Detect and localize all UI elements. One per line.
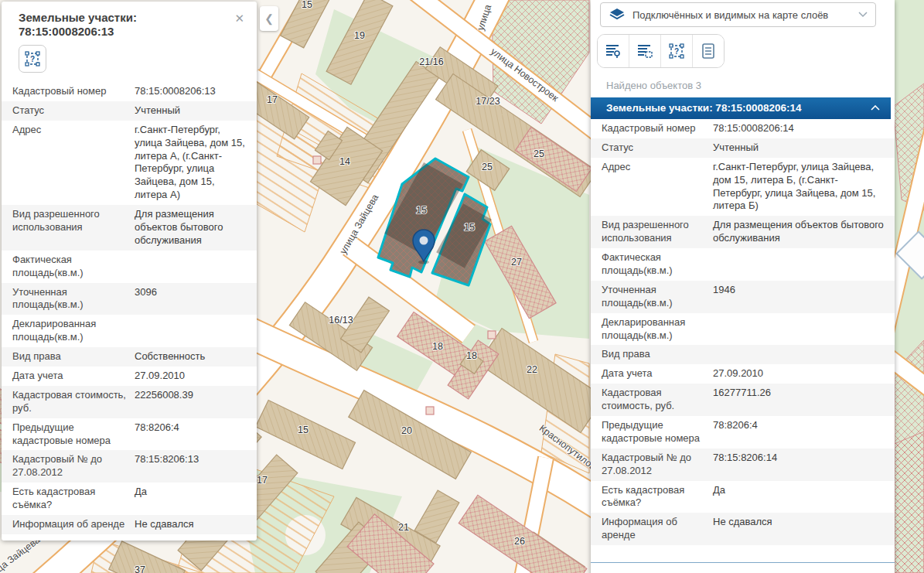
row-value: Не сдавался xyxy=(713,516,884,542)
row-label: Информация об аренде xyxy=(602,516,713,542)
info-row: Информация об арендеНе сдавался xyxy=(591,513,895,545)
info-row: Вид праваСобственность xyxy=(2,347,257,367)
identify-tool-button[interactable]: ? xyxy=(661,35,693,67)
info-row: Фактическая площадь(кв.м.) xyxy=(2,251,257,283)
row-value: 22256008.39 xyxy=(135,389,246,415)
info-row: Декларированная площадь(кв.м.) xyxy=(591,313,895,346)
parcel-attributes: Кадастровый номер78:15:0008206:13СтатусУ… xyxy=(2,82,257,541)
row-label: Предыдущие кадастровые номера xyxy=(12,421,135,448)
row-label: Декларированная площадь(кв.м.) xyxy=(12,318,135,344)
row-value: 78:8206:4 xyxy=(713,419,884,445)
svg-text:?: ? xyxy=(674,47,679,56)
info-row: Предыдущие кадастровые номера78:8206:4 xyxy=(591,416,895,449)
bldg-label: 17/23 xyxy=(476,96,500,107)
row-label: Дата учета xyxy=(602,367,713,380)
row-value: Для размещения объектов бытового обслужи… xyxy=(713,219,884,245)
parcel-info-header: Земельные участки: 78:15:0008206:13 ✕ xyxy=(2,2,257,40)
chevron-up-icon xyxy=(871,105,880,111)
row-value: 78:15:8206:13 xyxy=(135,453,246,479)
bldg-label: 15 xyxy=(464,222,475,233)
row-label: Кадастровая стоимость, руб. xyxy=(602,387,713,413)
info-row: Информация об арендеНе сдавался xyxy=(2,515,257,534)
row-value: Учтенный xyxy=(713,142,884,155)
bldg-label: 25 xyxy=(534,148,544,159)
row-value xyxy=(713,316,884,343)
row-value: 3096 xyxy=(135,286,246,312)
info-row: Есть кадастровая съёмка?Да xyxy=(591,481,895,513)
bldg-label: 21/16 xyxy=(419,56,443,67)
row-value: Для размещения объектов бытового обслужи… xyxy=(135,208,246,247)
document-icon xyxy=(701,43,716,60)
bldg-label: 26 xyxy=(514,536,525,547)
collapsed-result-header[interactable]: Земельные участки: 78:15:0008206:13 xyxy=(591,563,891,573)
row-value: г.Санкт-Петербург, улица Зайцева, дом 15… xyxy=(713,161,884,213)
list-rect-icon xyxy=(636,43,653,59)
bldg-label: 17 xyxy=(257,475,268,486)
row-label: Статус xyxy=(12,104,135,118)
bldg-label: 15 xyxy=(416,205,427,216)
info-row: Уточненная площадь(кв.м.)3096 xyxy=(2,283,257,315)
info-row: Уточненная площадь(кв.м.)1946 xyxy=(591,281,895,313)
bldg-label: 18 xyxy=(466,350,477,361)
row-value: г.Санкт-Петербург, улица Зайцева, дом 15… xyxy=(135,124,246,202)
info-row: Дата учета27.09.2010 xyxy=(591,364,895,384)
close-icon[interactable]: ✕ xyxy=(231,11,247,26)
row-label: Есть кадастровая съёмка? xyxy=(602,484,713,510)
row-value: 27.09.2010 xyxy=(713,367,884,380)
info-row: Адресг.Санкт-Петербург, улица Зайцева, д… xyxy=(591,158,895,217)
collapsed-results: Земельные участки: 78:15:0008206:13Админ… xyxy=(591,563,895,573)
bldg-label: 21 xyxy=(398,522,409,533)
row-label: Адрес xyxy=(602,161,713,213)
row-value: 27.09.2010 xyxy=(135,370,246,383)
row-label: Кадастровый номер xyxy=(12,85,135,98)
info-row: Вид права xyxy=(591,345,895,364)
panel-title: Земельные участки: 78:15:0008206:13 xyxy=(19,11,231,39)
active-result-title: Земельные участки: 78:15:0008206:14 xyxy=(606,102,801,114)
search-toolbar: ? xyxy=(597,34,725,68)
row-value: 1946 xyxy=(713,284,884,310)
active-result-header[interactable]: Земельные участки: 78:15:0008206:14 xyxy=(591,97,891,119)
info-row: Вид разрешенного использованияДля размещ… xyxy=(591,216,895,248)
parcel-info-panel: Земельные участки: 78:15:0008206:13 ✕ ? … xyxy=(2,2,257,541)
info-row: Адресг.Санкт-Петербург, улица Зайцева, д… xyxy=(2,121,257,205)
row-value: 78:15:0008206:14 xyxy=(713,122,884,135)
bldg-label: 18 xyxy=(432,341,443,352)
info-row: Предыдущие кадастровые номера78:8206:4 xyxy=(2,418,257,451)
row-label: Вид разрешенного использования xyxy=(12,208,135,247)
collapse-panel-button[interactable]: ❮ xyxy=(260,6,278,31)
row-label: Кадастровый № до 27.08.2012 xyxy=(12,453,135,479)
results-list-button[interactable] xyxy=(693,35,724,67)
layers-dropdown[interactable]: Подключённых и видимых на карте слоёв xyxy=(600,2,876,27)
search-by-area-button[interactable] xyxy=(629,35,661,67)
row-label: Уточненная площадь(кв.м.) xyxy=(602,284,713,310)
row-value: Да xyxy=(135,486,246,512)
info-row: Вид разрешенного использованияДля размещ… xyxy=(2,205,257,251)
info-row: Кадастровый № до 27.08.201278:15:8206:13 xyxy=(2,450,257,483)
row-label: Декларированная площадь(кв.м.) xyxy=(602,316,713,343)
found-objects-count: Найдено объектов 3 xyxy=(606,80,879,91)
row-value: Собственность xyxy=(135,350,246,363)
row-label: Фактическая площадь(кв.м.) xyxy=(12,254,135,280)
row-value xyxy=(713,348,884,361)
row-value xyxy=(135,254,246,280)
layers-dropdown-label: Подключённых и видимых на карте слоёв xyxy=(632,9,851,21)
bldg-label: 19 xyxy=(354,30,365,41)
info-row: Кадастровая стоимость, руб.22256008.39 xyxy=(2,386,257,418)
info-row: Декларированная площадь(кв.м.) xyxy=(2,315,257,347)
bldg-label: 37 xyxy=(135,564,145,573)
info-row: Фактическая площадь(кв.м.) xyxy=(591,248,895,281)
bldg-label: 14 xyxy=(339,156,350,167)
row-label: Предыдущие кадастровые номера xyxy=(602,419,713,445)
bldg-label: 27 xyxy=(511,257,522,268)
identify-area-button[interactable]: ? xyxy=(19,45,46,73)
row-label: Кадастровая стоимость, руб. xyxy=(12,389,135,415)
bldg-label: 15 xyxy=(302,0,312,10)
bldg-label: 17 xyxy=(267,94,278,105)
row-label: Есть кадастровая съёмка? xyxy=(12,486,135,512)
info-row: Есть кадастровая съёмка?Да xyxy=(2,483,257,515)
search-by-address-button[interactable] xyxy=(598,35,629,67)
row-label: Информация об аренде xyxy=(12,518,135,531)
info-row: Кадастровый № до 27.08.201278:15:8206:14 xyxy=(591,449,895,481)
info-row: Кадастровый номер78:15:0008206:13 xyxy=(2,82,257,101)
row-value xyxy=(713,251,884,278)
